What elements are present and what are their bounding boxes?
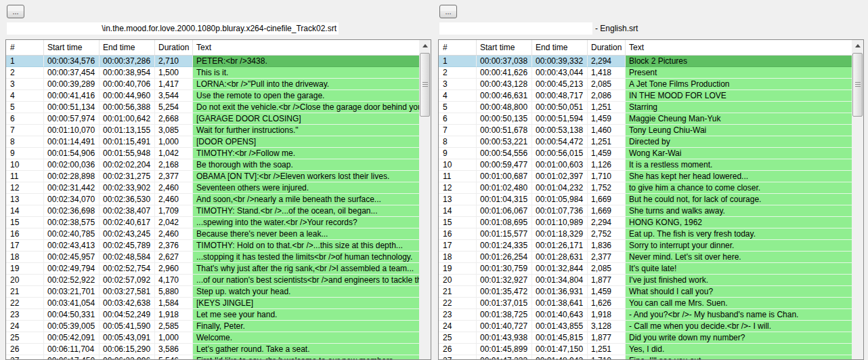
vertical-scrollbar-left[interactable] <box>419 40 431 359</box>
subtitle-row[interactable]: 15 00:01:08,695 00:01:10,989 2,294 HONG … <box>439 217 852 228</box>
subtitle-row[interactable]: 14 00:01:06,067 00:01:07,736 1,669 She t… <box>439 205 852 217</box>
subtitle-row[interactable]: 1 00:00:34,576 00:00:37,286 2,710 PETER:… <box>6 56 419 67</box>
column-header-number[interactable]: # <box>6 40 44 55</box>
column-header-start-time[interactable]: Start time <box>44 40 100 55</box>
subtitle-row[interactable]: 2 00:00:37,454 00:00:38,954 1,500 This i… <box>6 67 419 79</box>
subtitle-row[interactable]: 6 00:00:57,974 00:01:00,642 2,668 [GARAG… <box>6 113 419 125</box>
browse-file-button-left[interactable]: ... <box>7 5 24 18</box>
subtitle-row[interactable]: 2 00:00:41,626 00:00:43,044 1,418 Presen… <box>439 67 852 79</box>
end-time-cell: 00:02:43,245 <box>100 228 155 240</box>
end-time-cell: 00:02:40,617 <box>100 217 155 228</box>
subtitle-row[interactable]: 4 00:00:41,416 00:00:44,960 3,544 Use th… <box>6 90 419 102</box>
column-header-duration[interactable]: Duration <box>155 40 193 55</box>
subtitle-text-cell: Directed by <box>626 136 852 148</box>
subtitle-row[interactable]: 25 00:05:42,091 00:05:43,091 1,000 Welco… <box>6 332 419 344</box>
subtitle-row[interactable]: 14 00:02:36,698 00:02:38,407 1,709 TIMOT… <box>6 205 419 217</box>
scroll-up-button-left[interactable] <box>419 40 431 52</box>
subtitle-row[interactable]: 15 00:02:38,575 00:02:40,617 2,042 ...sp… <box>6 217 419 228</box>
file-path-text-left: \in.the.mood.for.love.2000.1080p.bluray.… <box>102 24 339 33</box>
vertical-scrollbar-right[interactable] <box>852 40 863 359</box>
file-path-box-right[interactable] <box>439 22 592 35</box>
subtitle-row[interactable]: 19 00:02:49,794 00:02:52,754 2,960 That'… <box>6 263 419 275</box>
subtitle-row[interactable]: 18 00:01:26,254 00:01:28,631 2,377 Never… <box>439 252 852 263</box>
end-time-cell: 00:01:55,948 <box>100 148 155 159</box>
subtitle-row[interactable]: 7 00:00:51,678 00:00:53,138 1,460 Tony L… <box>439 125 852 136</box>
end-time-cell: 00:06:22,996 <box>100 355 155 360</box>
end-time-cell: 00:02:45,789 <box>100 240 155 252</box>
subtitle-row[interactable]: 21 00:03:21,701 00:03:27,581 5,880 Step … <box>6 286 419 298</box>
subtitle-row[interactable]: 12 00:01:02,480 00:01:04,232 1,752 to gi… <box>439 182 852 194</box>
subtitle-row[interactable]: 8 00:00:53,221 00:00:54,472 1,251 Direct… <box>439 136 852 148</box>
subtitle-row[interactable]: 17 00:02:43,413 00:02:45,789 2,376 TIMOT… <box>6 240 419 252</box>
subtitle-row[interactable]: 9 00:01:54,906 00:01:55,948 1,042 TIMOTH… <box>6 148 419 159</box>
subtitle-row[interactable]: 11 00:01:00,687 00:01:02,397 1,710 She h… <box>439 171 852 182</box>
end-time-cell: 00:01:40,643 <box>532 309 588 321</box>
subtitle-row[interactable]: 9 00:00:54,556 00:00:56,015 1,459 Wong K… <box>439 148 852 159</box>
duration-cell: 5,880 <box>155 286 193 298</box>
subtitle-row[interactable]: 6 00:00:50,135 00:00:51,594 1,459 Maggie… <box>439 113 852 125</box>
subtitle-row[interactable]: 11 00:02:28,898 00:02:31,275 2,377 OBAMA… <box>6 171 419 182</box>
subtitle-row[interactable]: 19 00:01:30,759 00:01:32,844 2,085 It's … <box>439 263 852 275</box>
subtitle-row[interactable]: 24 00:05:39,005 00:05:41,590 2,585 Final… <box>6 321 419 332</box>
subtitle-row[interactable]: 18 00:02:45,957 00:02:48,584 2,627 ...st… <box>6 252 419 263</box>
subtitle-text-cell: LORNA:<br />"Pull into the driveway. <box>193 79 419 90</box>
subtitle-row[interactable]: 23 00:04:50,331 00:04:52,249 1,918 Let m… <box>6 309 419 321</box>
file-path-box-left[interactable]: \in.the.mood.for.love.2000.1080p.bluray.… <box>7 22 339 35</box>
subtitle-row[interactable]: 20 00:02:52,922 00:02:57,092 4,170 ...of… <box>6 275 419 286</box>
column-header-end-time[interactable]: End time <box>100 40 155 55</box>
subtitle-row[interactable]: 4 00:00:46,631 00:00:48,717 2,086 IN THE… <box>439 90 852 102</box>
column-header-end-time[interactable]: End time <box>532 40 588 55</box>
start-time-cell: 00:02:38,575 <box>44 217 100 228</box>
column-header-duration[interactable]: Duration <box>588 40 626 55</box>
subtitle-row[interactable]: 16 00:02:40,785 00:02:43,245 2,460 Becau… <box>6 228 419 240</box>
end-time-cell: 00:00:56,388 <box>100 102 155 113</box>
subtitle-row[interactable]: 22 00:03:41,054 00:03:42,638 1,584 [KEYS… <box>6 298 419 309</box>
row-number-cell: 17 <box>6 240 44 252</box>
subtitle-text-cell: A Jet Tone Films Production <box>626 79 852 90</box>
duration-cell: 1,459 <box>588 113 626 125</box>
row-number-cell: 3 <box>439 79 477 90</box>
duration-cell: 2,042 <box>155 217 193 228</box>
subtitle-row[interactable]: 27 00:01:47,233 00:01:48,943 1,710 Fine.… <box>439 355 852 360</box>
subtitle-row[interactable]: 27 00:06:17,450 00:06:22,996 5,546 First… <box>6 355 419 360</box>
column-header-start-time[interactable]: Start time <box>477 40 532 55</box>
start-time-cell: 00:01:45,899 <box>477 344 532 355</box>
subtitle-row[interactable]: 13 00:01:04,315 00:01:05,984 1,669 But h… <box>439 194 852 205</box>
row-number-cell: 21 <box>6 286 44 298</box>
start-time-cell: 00:01:00,687 <box>477 171 532 182</box>
subtitle-compare-window: ... \in.the.mood.for.love.2000.1080p.blu… <box>0 0 868 360</box>
subtitle-row[interactable]: 3 00:00:43,128 00:00:45,213 2,085 A Jet … <box>439 79 852 90</box>
subtitle-row[interactable]: 23 00:01:38,725 00:01:40,643 1,918 - And… <box>439 309 852 321</box>
duration-cell: 2,585 <box>155 321 193 332</box>
scrollbar-thumb-left[interactable] <box>420 53 430 117</box>
subtitle-row[interactable]: 20 00:01:32,927 00:01:34,804 1,877 I've … <box>439 275 852 286</box>
subtitle-row[interactable]: 1 00:00:37,038 00:00:39,332 2,294 Block … <box>439 56 852 67</box>
subtitle-row[interactable]: 7 00:01:10,070 00:01:13,155 3,085 Wait f… <box>6 125 419 136</box>
subtitle-row[interactable]: 10 00:00:59,477 00:01:00,603 1,126 It is… <box>439 159 852 171</box>
subtitle-row[interactable]: 26 00:06:11,704 00:06:15,290 3,586 Let's… <box>6 344 419 355</box>
subtitle-row[interactable]: 21 00:01:35,472 00:01:36,931 1,459 What … <box>439 286 852 298</box>
subtitle-row[interactable]: 22 00:01:37,015 00:01:38,641 1,626 You c… <box>439 298 852 309</box>
subtitle-row[interactable]: 17 00:01:24,335 00:01:26,171 1,836 Sorry… <box>439 240 852 252</box>
subtitle-row[interactable]: 16 00:01:15,577 00:01:18,329 2,752 Eat u… <box>439 228 852 240</box>
duration-cell: 2,085 <box>588 263 626 275</box>
row-number-cell: 18 <box>439 252 477 263</box>
subtitle-row[interactable]: 8 00:01:14,491 00:01:15,491 1,000 [DOOR … <box>6 136 419 148</box>
subtitle-row[interactable]: 5 00:00:48,800 00:00:50,051 1,251 Starri… <box>439 102 852 113</box>
subtitle-row[interactable]: 26 00:01:45,899 00:01:47,150 1,251 Yes, … <box>439 344 852 355</box>
scrollbar-thumb-right[interactable] <box>852 53 863 117</box>
duration-cell: 1,500 <box>155 67 193 79</box>
subtitle-row[interactable]: 24 00:01:40,727 00:01:43,855 3,128 - Cal… <box>439 321 852 332</box>
subtitle-row[interactable]: 25 00:01:43,938 00:01:45,815 1,877 Did y… <box>439 332 852 344</box>
subtitle-row[interactable]: 10 00:02:00,036 00:02:02,204 2,168 Be th… <box>6 159 419 171</box>
subtitle-row[interactable]: 5 00:00:51,134 00:00:56,388 5,254 Do not… <box>6 102 419 113</box>
column-header-text[interactable]: Text <box>626 40 852 55</box>
column-header-text[interactable]: Text <box>193 40 419 55</box>
subtitle-row[interactable]: 12 00:02:31,442 00:02:33,902 2,460 Seven… <box>6 182 419 194</box>
subtitle-row[interactable]: 13 00:02:34,070 00:02:36,530 2,460 And s… <box>6 194 419 205</box>
column-header-number[interactable]: # <box>439 40 477 55</box>
row-number-cell: 23 <box>439 309 477 321</box>
subtitle-row[interactable]: 3 00:00:39,289 00:00:40,706 1,417 LORNA:… <box>6 79 419 90</box>
browse-file-button-right[interactable]: ... <box>439 5 457 18</box>
scroll-up-button-right[interactable] <box>852 40 863 52</box>
